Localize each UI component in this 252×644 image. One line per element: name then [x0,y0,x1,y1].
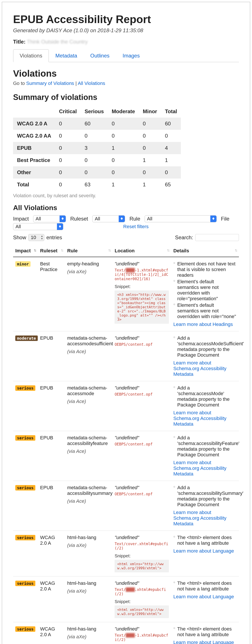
entries-label: entries [47,234,62,240]
table-row: minorBest Practiceempty-heading(via aXe)… [13,257,239,331]
location-cell: "undefined"OEBPS/content.opf [112,381,171,431]
th-location[interactable]: Location↑↓ [112,245,171,257]
filters-row: Impact All Ruleset All Rule All File [13,215,239,222]
tab-violations[interactable]: Violations [13,49,49,62]
summary-cell: 0 [81,154,108,166]
th-impact[interactable]: Impact↑↓ [13,245,38,257]
generated-by: Generated by DAISY Ace (1.0.0) on 2018-1… [13,28,239,34]
reset-filters-link[interactable]: Reset filters [123,224,149,230]
summary-row: Total0631165 [13,178,181,191]
entries-select[interactable]: 10 ▲▼ [28,234,44,241]
chevron-icon [60,216,66,222]
location-cell: "undefined"Text/████-1.xhtml#epubcfi(/4[… [112,257,171,331]
col-serious: Serious [81,105,108,118]
rule-cell: empty-heading(via aXe) [65,257,112,331]
summary-cell: 0 [55,178,80,191]
learn-more-link[interactable]: Learn more about Language [173,548,234,554]
rule-select[interactable]: All [145,215,217,222]
summary-cell: 3 [81,142,108,154]
summary-cell: 0 [55,130,80,142]
summary-cell: 60 [81,118,108,130]
rule-cell: metadata-schema-accessibilitysummary(via… [65,481,112,531]
detail-item: Add a 'schema:accessibilityFeature' meta… [173,435,237,458]
violations-table: Impact↑↓ Ruleset↑↓ Rule↑↓ Location↑↓ Det… [13,245,239,644]
tab-outlines[interactable]: Outlines [84,49,116,62]
chevron-icon [57,224,63,230]
summary-row-label: Other [13,166,55,178]
summary-cell: 63 [81,178,108,191]
tab-images[interactable]: Images [116,49,146,62]
learn-more-link[interactable]: Learn more about Language [173,594,234,599]
rule-cell: html-has-lang(via aXe) [65,622,112,644]
ruleset-cell: WCAG 2.0 A [38,531,65,576]
details-cell: The <html> element does not have a lang … [171,531,239,576]
summary-cell: 0 [55,166,80,178]
sort-asc-icon: ↑↓ [34,248,36,252]
detail-item: The <html> element does not have a lang … [173,626,237,638]
summary-row: Other00000 [13,166,181,178]
summary-cell: 0 [81,130,108,142]
impact-badge: serious [15,626,35,632]
details-cell: Add a 'schema:accessMode' metadata prope… [171,381,239,431]
summary-cell: 0 [55,154,80,166]
details-cell: Add a 'schema:accessModeSufficient' meta… [171,331,239,381]
impact-badge: minor [15,261,31,267]
learn-more-link[interactable]: Learn more about Headings [173,322,233,327]
ruleset-cell: EPUB [38,481,65,531]
summary-cell: 0 [139,166,161,178]
learn-more-link[interactable]: Learn more about Schema.org Accessibilit… [173,510,226,526]
sort-icon: ↑↓ [167,248,169,252]
th-details[interactable]: Details↑↓ [171,245,239,257]
detail-item: Element does not have text that is visib… [173,261,237,278]
link-all-violations[interactable]: All Violations [78,80,105,86]
summary-row-label: EPUB [13,142,55,154]
table-row: seriousWCAG 2.0 Ahtml-has-lang(via aXe)"… [13,576,239,622]
page-title: EPUB Accessibility Report [13,13,239,26]
tab-metadata[interactable]: Metadata [49,49,84,62]
summary-cell: 0 [108,154,139,166]
summary-cell: 65 [161,178,181,191]
epub-title-line: Title: Think Outside the Country [13,39,239,45]
learn-more-link[interactable]: Learn more about Schema.org Accessibilit… [173,410,226,427]
detail-item: Element's default semantics were not ove… [173,302,237,320]
col-moderate: Moderate [108,105,139,118]
impact-badge: serious [15,535,35,540]
impact-badge: moderate [15,336,38,341]
search-input[interactable] [195,234,239,241]
impact-badge: serious [15,385,35,391]
all-violations-heading: All Violations [13,204,239,212]
summary-cell: 0 [108,130,139,142]
learn-more-link[interactable]: Learn more about Schema.org Accessibilit… [173,460,226,476]
details-cell: The <html> element does not have a lang … [171,576,239,622]
summary-row-label: Best Practice [13,154,55,166]
file-select[interactable]: All [13,223,63,230]
file-label: File [221,216,229,222]
rule-cell: metadata-schema-accessmode(via Ace) [65,381,112,431]
summary-cell: 1 [161,154,181,166]
link-summary[interactable]: Summary of Violations [26,80,74,86]
impact-select[interactable]: All [33,215,66,222]
th-rule[interactable]: Rule↑↓ [65,245,112,257]
location-cell: "undefined"OEBPS/content.opf [112,331,171,381]
detail-item: The <html> element does not have a lang … [173,580,237,592]
summary-cell: 1 [139,154,161,166]
location-cell: "undefined"OEBPS/content.opf [112,481,171,531]
learn-more-link[interactable]: Learn more about Schema.org Accessibilit… [173,360,226,377]
ruleset-select[interactable]: All [92,215,125,222]
ruleset-cell: EPUB [38,431,65,481]
th-ruleset[interactable]: Ruleset↑↓ [38,245,65,257]
stepper-icon: ▲▼ [41,235,43,240]
location-cell: "undefined"Text/████.xhtml#epubcfi(/2)Sn… [112,576,171,622]
learn-more-link[interactable]: Learn more about Language [173,640,234,644]
chevron-icon [119,216,125,222]
rule-cell: html-has-lang(via aXe) [65,576,112,622]
col-minor: Minor [139,105,161,118]
ruleset-label: Ruleset [70,216,88,222]
summary-cell: 1 [108,142,139,154]
summary-cell: 0 [139,130,161,142]
details-cell: Add a 'schema:accessibilityFeature' meta… [171,431,239,481]
summary-cell: 60 [161,118,181,130]
details-cell: Element does not have text that is visib… [171,257,239,331]
table-row: moderateEPUBmetadata-schema-accessmodesu… [13,331,239,381]
chevron-icon [210,216,216,222]
